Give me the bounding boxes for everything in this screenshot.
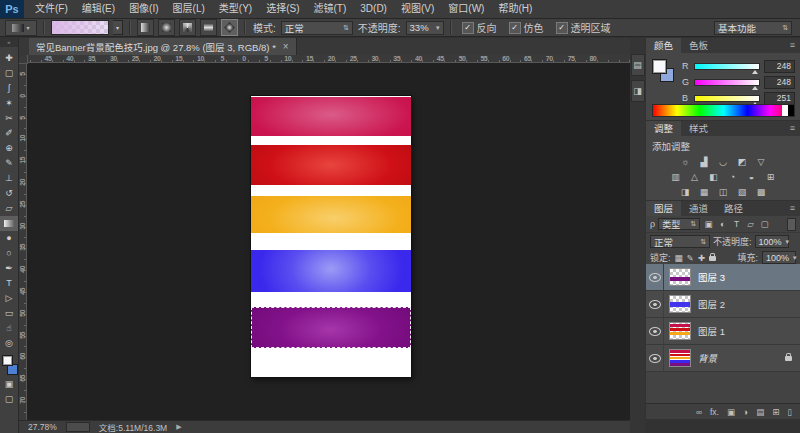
filter-shape-icon[interactable]: ▱ — [745, 219, 756, 229]
crop-tool[interactable]: ✂ — [0, 111, 18, 126]
zoom-tool[interactable]: ◎ — [0, 336, 18, 351]
layer-effects-icon[interactable]: fx. — [710, 407, 719, 417]
document-tab[interactable]: 常见Banner背景配色技巧.jpg @ 27.8% (图层 3, RGB/8)… — [29, 38, 297, 55]
hue-saturation-icon[interactable]: ▥ — [669, 171, 682, 183]
hand-tool[interactable]: ☝ — [0, 321, 18, 336]
threshold-icon[interactable]: ◫ — [717, 186, 730, 198]
color-spectrum-ramp[interactable] — [652, 104, 795, 117]
layer-row-2[interactable]: 图层 2 — [646, 291, 800, 318]
screen-mode-button[interactable]: ▢ — [0, 392, 18, 407]
filter-adjustment-icon[interactable]: ◐ — [717, 219, 728, 229]
angle-gradient-button[interactable] — [179, 19, 196, 36]
curves-icon[interactable]: ◡ — [717, 156, 730, 168]
zoom-level-field[interactable]: 27.78% — [28, 422, 57, 432]
layer-mask-icon[interactable]: ▣ — [727, 407, 735, 417]
visibility-toggle[interactable] — [646, 291, 664, 317]
healing-brush-tool[interactable]: ⊕ — [0, 141, 18, 156]
color-lookup-icon[interactable]: ⊞ — [764, 171, 777, 183]
toolbar-collapse-button[interactable]: « — [0, 38, 18, 47]
posterize-icon[interactable]: ▦ — [698, 186, 711, 198]
panel-menu-icon[interactable]: ≡ — [790, 201, 800, 216]
path-selection-tool[interactable]: ▷ — [0, 291, 18, 306]
tab-paths[interactable]: 路径 — [716, 201, 751, 216]
blend-mode-select[interactable]: 正常 ⇅ — [281, 21, 353, 35]
status-menu-arrow-icon[interactable]: ▶ — [176, 423, 181, 431]
menu-filter[interactable]: 滤镜(T) — [307, 0, 354, 18]
tab-layers[interactable]: 图层 — [646, 201, 681, 216]
blue-channel-value[interactable]: 251 — [764, 92, 795, 105]
blur-tool[interactable]: ● — [0, 231, 18, 246]
tab-swatches[interactable]: 色板 — [681, 38, 716, 53]
layer-group-icon[interactable]: ▤ — [756, 407, 764, 417]
layer-row-1[interactable]: 图层 1 — [646, 318, 800, 345]
diamond-gradient-button[interactable] — [221, 19, 238, 36]
menu-window[interactable]: 窗口(W) — [441, 0, 491, 18]
selective-color-icon[interactable]: ▧ — [736, 186, 749, 198]
linear-gradient-button[interactable] — [137, 19, 154, 36]
lasso-tool[interactable]: ʃ — [0, 81, 18, 96]
lock-pixels-icon[interactable]: ✎ — [687, 253, 694, 263]
layer-thumbnail[interactable] — [669, 295, 691, 313]
layer-blend-mode-select[interactable]: 正常 ⇅ — [650, 235, 710, 248]
panel-menu-icon[interactable]: ≡ — [790, 121, 800, 136]
blue-channel-slider[interactable] — [694, 95, 760, 102]
brush-tool[interactable]: ✎ — [0, 156, 18, 171]
lock-transparency-icon[interactable]: ▦ — [675, 253, 683, 263]
lock-all-icon[interactable] — [709, 256, 716, 261]
filter-kind-select[interactable]: 类型 ⇅ — [658, 218, 700, 230]
layer-row-3[interactable]: 图层 3 — [646, 264, 800, 291]
quick-mask-button[interactable]: ▣ — [0, 377, 18, 392]
layer-thumbnail[interactable] — [669, 322, 691, 340]
close-icon[interactable]: × — [283, 41, 289, 52]
menu-layer[interactable]: 图层(L) — [166, 0, 212, 18]
filter-toggle-switch[interactable] — [787, 218, 796, 231]
menu-edit[interactable]: 编辑(E) — [75, 0, 122, 18]
reflected-gradient-button[interactable] — [200, 19, 217, 36]
black-white-icon[interactable]: ◧ — [707, 171, 720, 183]
visibility-toggle[interactable] — [646, 264, 664, 290]
foreground-color-swatch[interactable] — [2, 355, 13, 366]
workspace-select[interactable]: 基本功能 ⇅ — [714, 21, 792, 35]
reverse-checkbox[interactable]: ✓ 反向 — [462, 20, 497, 35]
tab-channels[interactable]: 通道 — [681, 201, 716, 216]
menu-select[interactable]: 选择(S) — [259, 0, 306, 18]
history-panel-icon[interactable]: ▤ — [631, 54, 645, 76]
exposure-icon[interactable]: ◩ — [736, 156, 749, 168]
shape-tool[interactable]: ▭ — [0, 306, 18, 321]
tool-preset-dropdown[interactable]: ▾ — [5, 20, 37, 36]
layer-thumbnail[interactable] — [669, 349, 691, 367]
filter-smart-object-icon[interactable]: ▢ — [759, 219, 770, 229]
black-swatch[interactable] — [788, 105, 794, 116]
panel-menu-icon[interactable]: ≡ — [790, 38, 800, 53]
green-channel-value[interactable]: 248 — [764, 76, 795, 89]
gradient-editor-preview[interactable] — [51, 20, 109, 35]
tab-color[interactable]: 颜色 — [646, 38, 681, 53]
menu-file[interactable]: 文件(F) — [28, 0, 75, 18]
brightness-contrast-icon[interactable]: ☼ — [679, 156, 692, 168]
properties-panel-icon[interactable]: ◨ — [631, 80, 645, 102]
status-scrubber[interactable] — [66, 422, 90, 432]
new-layer-icon[interactable]: ⊞ — [772, 407, 779, 417]
quick-selection-tool[interactable]: ✶ — [0, 96, 18, 111]
foreground-color-swatch[interactable] — [652, 59, 667, 74]
marquee-tool[interactable]: ▢ — [0, 66, 18, 81]
layer-row-background[interactable]: 背景 — [646, 345, 800, 372]
gradient-map-icon[interactable]: ▩ — [755, 186, 768, 198]
type-tool[interactable]: T — [0, 276, 18, 291]
opacity-select[interactable]: 33% ▾ — [406, 21, 444, 35]
menu-3d[interactable]: 3D(D) — [353, 0, 394, 18]
layer-name[interactable]: 图层 2 — [698, 297, 725, 311]
vibrance-icon[interactable]: ▽ — [755, 156, 768, 168]
color-balance-icon[interactable]: △ — [688, 171, 701, 183]
gradient-picker-arrow[interactable]: ▾ — [113, 20, 123, 35]
adjustment-layer-icon[interactable]: ◑ — [743, 407, 748, 417]
document-canvas[interactable] — [251, 96, 411, 377]
levels-icon[interactable]: ▟ — [698, 156, 711, 168]
tab-adjustments[interactable]: 调整 — [646, 121, 681, 136]
radial-gradient-button[interactable] — [158, 19, 175, 36]
gradient-tool[interactable] — [0, 216, 18, 231]
tab-styles[interactable]: 样式 — [681, 121, 716, 136]
green-channel-slider[interactable] — [694, 79, 760, 86]
link-layers-icon[interactable]: ∞ — [696, 407, 702, 417]
layer-thumbnail[interactable] — [669, 268, 691, 286]
